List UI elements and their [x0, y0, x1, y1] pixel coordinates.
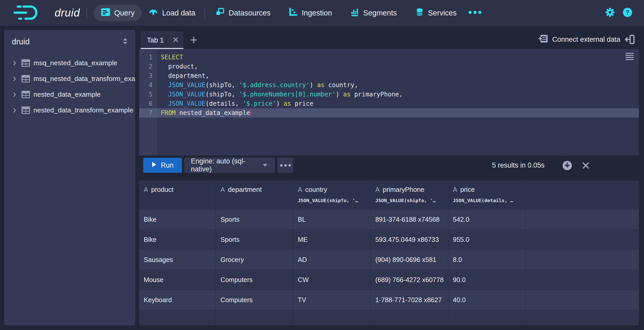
chevron-right-icon[interactable] — [12, 60, 18, 66]
code-line[interactable]: 3 department, — [139, 71, 639, 80]
table-cell[interactable]: 40.0 — [448, 290, 526, 310]
schema-title: druid — [12, 37, 122, 46]
drawer-icon[interactable] — [624, 34, 635, 46]
table-cell[interactable]: 891-374-6188 x74568 — [371, 209, 448, 229]
sql-editor[interactable]: 1 SELECT 2 product, 3 department, 4 JSON… — [139, 49, 639, 155]
table-cell[interactable]: (689) 766-4272 x60778 — [371, 270, 448, 290]
sidebar-table-row[interactable]: msq_nested_data_example — [4, 55, 135, 71]
sidebar-table-row[interactable]: nested_data_example — [4, 87, 135, 102]
play-icon — [151, 161, 157, 169]
column-header[interactable]: A price JSON_VALUE(details, … — [448, 180, 526, 209]
code-line[interactable]: 5 JSON_VALUE(shipTo, '$.phoneNumbers[0].… — [139, 90, 639, 99]
table-icon — [21, 75, 30, 83]
table-cell[interactable]: 90.0 — [448, 270, 526, 290]
run-button[interactable]: Run — [143, 158, 182, 173]
connect-external-data-button[interactable]: Connect external data — [538, 33, 620, 46]
column-expression: JSON_VALUE(shipTo, '… — [375, 198, 448, 203]
nav-item-datasources[interactable]: Datasources — [213, 5, 273, 21]
table-cell-empty — [526, 209, 639, 229]
table-cell[interactable]: BL — [293, 209, 371, 229]
table-name: nested_data_example — [33, 90, 135, 98]
column-header[interactable]: A primaryPhone JSON_VALUE(shipTo, '… — [371, 180, 448, 209]
string-type-icon: A — [298, 186, 302, 193]
connect-icon — [538, 34, 548, 45]
code-text: JSON_VALUE(shipTo, '$.address.country') … — [157, 80, 358, 90]
column-name: product — [151, 186, 174, 194]
table-cell-empty — [448, 310, 526, 325]
run-more-button[interactable] — [278, 158, 293, 173]
add-tab-button[interactable] — [189, 35, 199, 46]
nav-overflow-button[interactable] — [468, 10, 482, 15]
sidebar-table-row[interactable]: msq_nested_data_transform_example — [4, 71, 135, 87]
table-icon — [21, 90, 30, 98]
chevron-right-icon[interactable] — [12, 76, 18, 82]
double-caret-vertical-icon[interactable] — [122, 37, 129, 46]
tab-tab1[interactable]: Tab 1 — [141, 31, 183, 49]
column-header[interactable]: A country JSON_VALUE(shipTo, '… — [293, 180, 371, 209]
segments-icon — [350, 8, 359, 18]
table-cell[interactable]: 955.0 — [448, 229, 526, 250]
plus-icon — [190, 36, 198, 45]
column-header[interactable]: A department — [216, 180, 293, 209]
close-icon[interactable] — [582, 161, 590, 171]
sidebar-table-row[interactable]: nested_data_transform_example — [4, 102, 135, 118]
table-cell-empty — [526, 270, 639, 290]
chevron-right-icon[interactable] — [12, 108, 18, 113]
table-cell-empty — [216, 310, 293, 325]
nav-item-segments[interactable]: Segments — [348, 5, 400, 21]
druid-logo[interactable]: druid — [13, 4, 80, 22]
code-line[interactable]: 2 product, — [139, 62, 639, 71]
text-cursor — [250, 109, 251, 116]
load-data-icon — [148, 7, 158, 19]
table-cell-empty — [139, 310, 216, 325]
close-icon[interactable] — [173, 37, 179, 44]
table-cell[interactable]: TV — [293, 290, 371, 310]
line-number: 1 — [139, 53, 157, 62]
engine-select[interactable]: Engine: auto (sql-native) — [184, 158, 275, 173]
table-name: nested_data_transform_example — [33, 106, 135, 114]
table-cell[interactable]: 1-788-771-7028 x8627 — [371, 290, 448, 310]
nav-item-query[interactable]: Query — [94, 5, 142, 21]
line-number: 4 — [139, 80, 157, 90]
table-cell[interactable]: 8.0 — [448, 250, 526, 270]
menu-icon[interactable] — [625, 52, 635, 62]
table-cell[interactable]: Mouse — [139, 270, 216, 290]
table-cell[interactable]: AD — [293, 250, 371, 270]
table-cell-empty — [526, 250, 639, 270]
table-cell[interactable]: CW — [293, 270, 371, 290]
table-cell[interactable]: Computers — [216, 270, 293, 290]
gear-icon[interactable] — [605, 7, 615, 19]
table-cell[interactable]: 593.475.0449 x86733 — [371, 229, 448, 250]
string-type-icon: A — [453, 186, 457, 193]
code-line[interactable]: 1 SELECT — [139, 53, 639, 62]
table-cell[interactable]: Grocery — [216, 250, 293, 270]
table-cell[interactable]: Computers — [216, 290, 293, 310]
nav-item-ingestion[interactable]: Ingestion — [286, 5, 335, 21]
table-cell[interactable]: Bike — [139, 209, 216, 229]
code-line[interactable]: 4 JSON_VALUE(shipTo, '$.address.country'… — [139, 80, 639, 90]
table-icon — [21, 59, 30, 67]
table-cell[interactable]: Keyboard — [139, 290, 216, 310]
download-icon[interactable] — [562, 160, 572, 172]
column-header[interactable]: A product — [139, 180, 216, 209]
table-cell-empty — [293, 310, 371, 325]
table-cell[interactable]: Sports — [216, 229, 293, 250]
column-name: primaryPhone — [383, 186, 425, 194]
table-cell[interactable]: (904) 890-0696 x581 — [371, 250, 448, 270]
brand-wordmark: druid — [55, 7, 80, 19]
help-icon[interactable]: ? — [622, 7, 633, 19]
column-expression: JSON_VALUE(shipTo, '… — [298, 198, 370, 203]
nav-item-services[interactable]: Services — [412, 5, 459, 21]
column-name: country — [305, 186, 327, 194]
nav-item-load-data[interactable]: Load data — [146, 5, 198, 21]
table-cell[interactable]: Sausages — [139, 250, 216, 270]
table-cell[interactable]: ME — [293, 229, 371, 250]
table-cell[interactable]: 542.0 — [448, 209, 526, 229]
code-line[interactable]: 6 JSON_VALUE(details, '$.price') as pric… — [139, 99, 639, 108]
chevron-right-icon[interactable] — [12, 92, 18, 97]
table-cell[interactable]: Sports — [216, 209, 293, 229]
table-cell[interactable]: Bike — [139, 229, 216, 250]
code-line[interactable]: 7 FROM nested_data_example — [139, 108, 639, 118]
column-header-empty — [526, 180, 639, 209]
query-tab-bar: Tab 1 Connect external data — [139, 30, 639, 49]
